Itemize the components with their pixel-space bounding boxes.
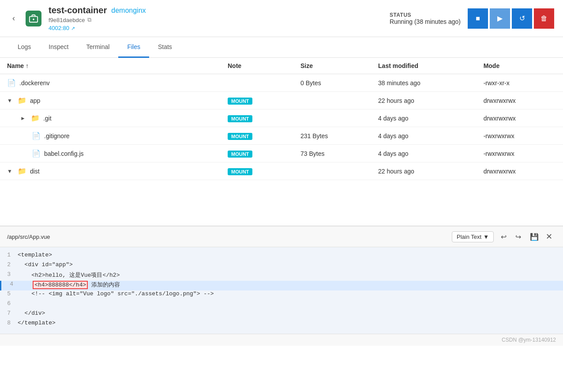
file-size [293, 109, 371, 127]
container-info: test-container demonginx f9e81daebdce ⧉ … [49, 5, 383, 31]
col-modified: Last modified [371, 58, 477, 74]
file-table: Name ↑ Note Size Last modified Mode 📄 .d… [0, 58, 563, 180]
col-size: Size [293, 58, 371, 74]
file-icon: 📄 [7, 79, 16, 87]
language-selector[interactable]: Plain Text ▼ [452, 231, 494, 242]
table-row[interactable]: ▼ 📁 app MOUNT 22 hours ago drwxrwxrwx [0, 92, 563, 109]
file-mode: -rwxrwxrwx [477, 145, 563, 162]
file-modified: 22 hours ago [371, 92, 477, 109]
line-content: <template> [18, 252, 563, 261]
line-number: 2 [0, 261, 18, 271]
line-content [18, 300, 563, 310]
folder-icon: 📁 [31, 114, 40, 122]
file-name-text: .dockerenv [19, 79, 49, 87]
line-content: <div id="app"> [18, 261, 563, 271]
delete-button[interactable]: 🗑 [534, 8, 554, 29]
file-mode: -rwxr-xr-x [477, 74, 563, 92]
code-line-highlighted: 4 <h4>888888</h4>添加的内容 [0, 281, 563, 290]
container-icon [26, 11, 41, 26]
mount-badge: MOUNT [228, 133, 252, 140]
tab-terminal[interactable]: Terminal [78, 37, 119, 58]
header: ‹ test-container demonginx f9e81daebdce … [0, 0, 563, 37]
editor-footer: CSDN @ym-13140912 [0, 334, 563, 346]
tab-inspect[interactable]: Inspect [40, 37, 77, 58]
tag-highlight: <h4>888888</h4> [33, 281, 88, 289]
table-row[interactable]: 📄 .gitignore MOUNT 231 Bytes 4 days ago … [0, 127, 563, 145]
language-label: Plain Text [457, 234, 481, 240]
table-row[interactable]: ▼ 📁 dist MOUNT 22 hours ago drwxrwxrwx [0, 162, 563, 180]
line-number: 7 [0, 310, 18, 320]
file-size: 0 Bytes [293, 74, 371, 92]
restart-button[interactable]: ↺ [512, 8, 532, 29]
copy-icon[interactable]: ⧉ [87, 16, 91, 23]
back-button[interactable]: ‹ [9, 12, 19, 25]
port-link[interactable]: 4002:80 ↗ [49, 25, 75, 31]
container-link[interactable]: demonginx [111, 7, 146, 15]
container-id-row: f9e81daebdce ⧉ [49, 16, 383, 23]
file-modified: 38 minutes ago [371, 74, 477, 92]
save-button[interactable]: 💾 [526, 231, 542, 243]
file-mode: drwxrwxrwx [477, 92, 563, 109]
line-number: 6 [0, 300, 18, 310]
file-note: MOUNT [221, 162, 293, 180]
tab-stats[interactable]: Stats [149, 37, 181, 58]
stop-button[interactable]: ■ [468, 8, 488, 29]
action-buttons: ■ ▶ ↺ 🗑 [468, 8, 554, 29]
file-area: Name ↑ Note Size Last modified Mode 📄 .d… [0, 58, 563, 226]
file-note: MOUNT [221, 127, 293, 145]
table-row[interactable]: 📄 .dockerenv 0 Bytes 38 minutes ago -rwx… [0, 74, 563, 92]
file-name-cell: ▼ 📁 dist [7, 167, 214, 175]
editor-path: /app/src/App.vue [7, 234, 452, 240]
file-modified: 4 days ago [371, 127, 477, 145]
tab-logs[interactable]: Logs [9, 37, 40, 58]
col-mode: Mode [477, 58, 563, 74]
line-number: 4 [1, 281, 19, 290]
code-line: 1 <template> [0, 252, 563, 261]
line-content: </div> [18, 310, 563, 320]
col-name[interactable]: Name ↑ [0, 58, 221, 74]
watermark-text: CSDN @ym-13140912 [502, 337, 556, 343]
editor-header: /app/src/App.vue Plain Text ▼ ↩ ↪ 💾 ✕ [0, 226, 563, 247]
file-modified: 4 days ago [371, 145, 477, 162]
chevron-right-icon[interactable]: ► [20, 115, 26, 121]
file-name-cell: ► 📁 .git [7, 114, 214, 122]
container-name-row: test-container demonginx [49, 5, 383, 15]
file-name-text: .gitignore [44, 132, 70, 139]
code-line: 3 <h2>hello, 这是Vue项目</h2> [0, 271, 563, 281]
file-name-cell: ▼ 📁 app [7, 96, 214, 105]
container-title: test-container [49, 5, 107, 15]
line-number: 8 [0, 320, 18, 329]
file-icon: 📄 [32, 149, 41, 158]
table-row[interactable]: ► 📁 .git MOUNT 4 days ago drwxrwxrwx [0, 109, 563, 127]
file-note [221, 74, 293, 92]
editor-body[interactable]: 1 <template> 2 <div id="app"> 3 <h2>hell… [0, 247, 563, 334]
play-button[interactable]: ▶ [490, 8, 510, 29]
close-button[interactable]: ✕ [542, 230, 556, 243]
line-content: </template> [18, 320, 563, 329]
file-mode: -rwxrwxrwx [477, 127, 563, 145]
line-number: 5 [0, 290, 18, 300]
editor-panel: /app/src/App.vue Plain Text ▼ ↩ ↪ 💾 ✕ 1 … [0, 226, 563, 346]
file-note: MOUNT [221, 92, 293, 109]
chevron-right-icon[interactable]: ▼ [7, 168, 12, 174]
line-number: 3 [0, 271, 18, 281]
editor-actions: ↩ ↪ 💾 [497, 231, 542, 243]
redo-button[interactable]: ↪ [512, 231, 525, 243]
file-size: 73 Bytes [293, 145, 371, 162]
undo-button[interactable]: ↩ [497, 231, 510, 243]
added-comment: 添加的内容 [91, 282, 120, 288]
file-mode: drwxrwxrwx [477, 109, 563, 127]
file-note: MOUNT [221, 145, 293, 162]
file-mode: drwxrwxrwx [477, 162, 563, 180]
mount-badge: MOUNT [228, 151, 252, 158]
file-name-cell: 📄 babel.config.js [7, 149, 214, 158]
code-line: 2 <div id="app"> [0, 261, 563, 271]
container-port-row: 4002:80 ↗ [49, 24, 383, 31]
table-row[interactable]: 📄 babel.config.js MOUNT 73 Bytes 4 days … [0, 145, 563, 162]
folder-icon: 📁 [18, 167, 26, 175]
chevron-down-icon: ▼ [483, 234, 489, 240]
tab-files[interactable]: Files [118, 37, 149, 58]
mount-badge: MOUNT [228, 168, 252, 175]
chevron-down-icon[interactable]: ▼ [7, 98, 12, 104]
file-name-cell: 📄 .dockerenv [7, 79, 214, 87]
